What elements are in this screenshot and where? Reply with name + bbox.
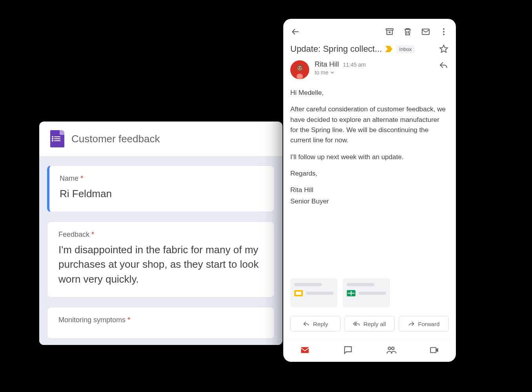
svg-point-12 xyxy=(392,347,394,350)
question-label: Monitoring symptoms * xyxy=(58,316,263,324)
bottom-nav xyxy=(283,339,456,362)
reply-button[interactable]: Reply xyxy=(290,316,341,332)
back-button[interactable] xyxy=(290,27,301,37)
svg-point-2 xyxy=(443,28,445,30)
reply-icon xyxy=(439,61,448,70)
svg-point-3 xyxy=(443,31,445,33)
svg-point-11 xyxy=(388,347,391,350)
forms-app-icon xyxy=(50,130,64,147)
forward-button[interactable]: Forward xyxy=(399,316,449,332)
email-greeting: Hi Medelle, xyxy=(290,88,449,98)
email-signature-title: Senior Buyer xyxy=(290,196,449,207)
email-closing: Regards, xyxy=(290,169,449,179)
slides-icon xyxy=(294,290,303,296)
dots-vertical-icon xyxy=(439,27,448,36)
attachment-sheets[interactable] xyxy=(343,278,390,307)
form-question-name[interactable]: Name * Ri Feldman xyxy=(47,165,275,212)
star-button[interactable] xyxy=(439,44,449,54)
reply-all-icon xyxy=(353,320,360,327)
svg-point-4 xyxy=(443,34,445,35)
nav-meet[interactable] xyxy=(429,345,440,356)
svg-point-9 xyxy=(298,67,299,68)
reply-icon-button[interactable] xyxy=(439,60,449,71)
mark-unread-button[interactable] xyxy=(421,27,431,37)
question-value[interactable]: I'm disappointed in the fabric for many … xyxy=(58,243,263,287)
reply-actions-row: Reply Reply all Forward xyxy=(283,314,456,339)
sender-name: Rita Hill xyxy=(315,60,339,69)
attachments-row xyxy=(283,275,456,314)
chevron-down-icon xyxy=(330,70,335,75)
email-paragraph: I'll follow up next week with an update. xyxy=(290,152,449,162)
sheets-icon xyxy=(347,290,355,296)
delete-button[interactable] xyxy=(403,27,413,37)
email-paragraph: After careful consideration of customer … xyxy=(290,104,449,145)
more-button[interactable] xyxy=(439,27,449,37)
svg-point-7 xyxy=(297,66,302,71)
question-label: Name * xyxy=(60,174,263,183)
form-question-monitoring[interactable]: Monitoring symptoms * xyxy=(47,307,275,339)
important-marker-icon[interactable] xyxy=(385,46,393,52)
archive-icon xyxy=(385,27,394,36)
question-label: Feedback * xyxy=(58,230,263,239)
forms-header: Customer feedback xyxy=(39,122,282,156)
label-chip[interactable]: Inbox xyxy=(396,45,415,53)
nav-mail[interactable] xyxy=(299,345,310,356)
gmail-card: Update: Spring collect... Inbox Rita Hil… xyxy=(283,19,456,362)
mail-filled-icon xyxy=(300,345,310,355)
reply-icon xyxy=(303,320,310,327)
question-value[interactable]: Ri Feldman xyxy=(60,187,263,201)
gmail-toolbar xyxy=(283,19,456,42)
mail-icon xyxy=(421,27,430,36)
forward-icon xyxy=(408,320,415,327)
people-icon xyxy=(386,345,396,355)
chat-icon xyxy=(343,345,353,355)
attachment-slides[interactable] xyxy=(290,278,337,307)
svg-rect-8 xyxy=(297,74,303,79)
svg-point-10 xyxy=(301,67,301,68)
nav-spaces[interactable] xyxy=(386,345,397,356)
recipient-dropdown[interactable]: to me xyxy=(315,69,433,76)
email-signature-name: Rita Hill xyxy=(290,185,449,195)
sender-time: 11:45 am xyxy=(343,62,366,68)
subject-row: Update: Spring collect... Inbox xyxy=(283,42,456,60)
sender-meta: Rita Hill 11:45 am to me xyxy=(315,60,433,76)
email-subject: Update: Spring collect... xyxy=(290,44,382,54)
form-question-feedback[interactable]: Feedback * I'm disappointed in the fabri… xyxy=(47,221,275,298)
arrow-left-icon xyxy=(291,27,300,36)
svg-rect-13 xyxy=(430,348,436,353)
video-icon xyxy=(429,345,439,355)
forms-title: Customer feedback xyxy=(71,133,160,145)
email-body: Hi Medelle, After careful consideration … xyxy=(283,85,456,275)
svg-rect-0 xyxy=(386,29,393,30)
archive-button[interactable] xyxy=(384,27,395,37)
sender-avatar[interactable] xyxy=(290,60,309,79)
forms-card: Customer feedback Name * Ri Feldman Feed… xyxy=(39,122,282,345)
forms-body: Name * Ri Feldman Feedback * I'm disappo… xyxy=(39,156,282,345)
nav-chat[interactable] xyxy=(343,345,353,356)
reply-all-button[interactable]: Reply all xyxy=(344,316,395,332)
trash-icon xyxy=(403,27,412,36)
sender-row: Rita Hill 11:45 am to me xyxy=(283,60,456,85)
star-icon xyxy=(439,44,448,54)
